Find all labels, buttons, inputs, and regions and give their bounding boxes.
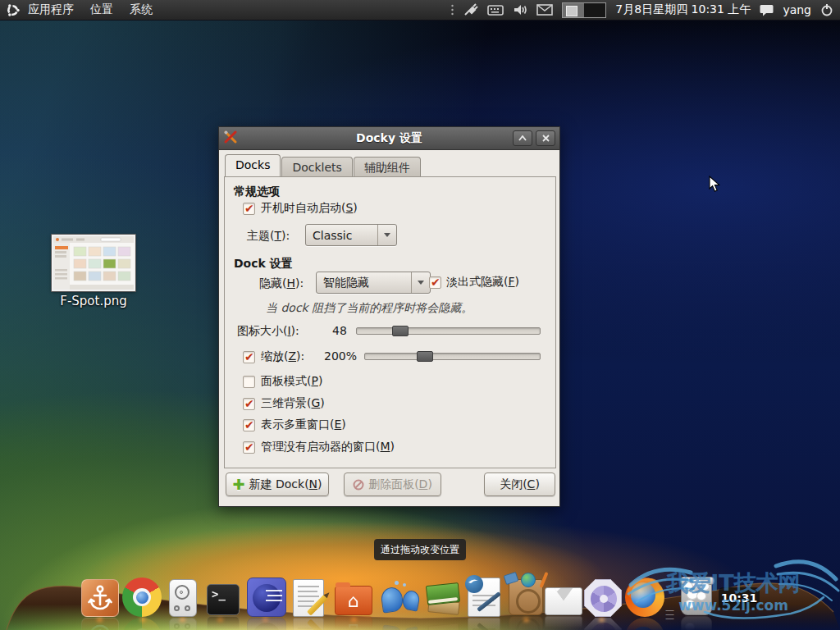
window-title: Docky 设置	[219, 131, 559, 146]
dropdown-arrow-icon	[378, 225, 396, 245]
running-indicator-dot	[180, 618, 185, 622]
window-titlebar[interactable]: Docky 设置	[219, 127, 559, 150]
dictionary-icon[interactable]	[425, 579, 463, 619]
forbidden-icon	[353, 479, 364, 491]
panel-clock[interactable]: 7月8日星期四 10:31 上午	[615, 2, 751, 17]
new-dock-button-label: 新建 Dock(N)	[249, 477, 322, 492]
hiding-dropdown-value: 智能隐藏	[317, 276, 411, 290]
icon-size-label: 图标大小(I):	[237, 324, 299, 339]
manage-windows-label: 管理没有启动器的窗口(M)	[261, 440, 395, 454]
trash-icon[interactable]	[681, 579, 712, 615]
drag-hint-tooltip: 通过拖动改变位置	[374, 539, 466, 560]
audio-player-icon[interactable]	[169, 579, 197, 617]
close-button-label: 关闭(C)	[500, 477, 540, 492]
tab-helpers-label: 辅助组件	[364, 161, 410, 174]
indicator-me-icon[interactable]	[760, 4, 774, 16]
running-indicator-dot	[139, 618, 145, 622]
notification-area-handle[interactable]	[450, 3, 454, 16]
icon-size-slider-handle[interactable]	[392, 326, 409, 336]
workspace-switcher[interactable]	[562, 2, 606, 18]
new-dock-button[interactable]: ✚ 新建 Dock(N)	[226, 472, 329, 496]
general-options-heading: 常规选项	[234, 185, 280, 199]
docky-anchor-icon[interactable]	[81, 579, 119, 617]
desktop-icon-fspot[interactable]: F-Spot.png	[48, 235, 139, 308]
hiding-label: 隐藏(H):	[259, 276, 304, 291]
menu-system-label: 系统	[130, 2, 153, 17]
autostart-label: 开机时自动启动(S)	[261, 201, 358, 216]
zoom-checkbox[interactable]: ✔	[243, 351, 255, 363]
delete-dock-button[interactable]: 删除面板(D)	[344, 472, 441, 496]
tab-helpers[interactable]: 辅助组件	[354, 157, 421, 177]
dropdown-arrow-icon	[412, 272, 430, 293]
autostart-checkbox[interactable]: ✔	[243, 203, 255, 215]
text-editor-icon[interactable]	[293, 579, 324, 617]
workspace-2[interactable]	[584, 3, 605, 17]
tab-docks-label: Docks	[235, 158, 270, 171]
zoom-slider[interactable]	[364, 351, 541, 362]
show-multiple-windows-checkbox[interactable]: ✔	[243, 419, 255, 431]
3d-background-label: 三维背景(G)	[261, 396, 325, 411]
file-manager-icon[interactable]: ⌂	[335, 586, 372, 615]
icon-size-slider[interactable]	[356, 326, 541, 336]
tab-bar: Docks Docklets 辅助组件	[225, 154, 422, 177]
running-indicator-dot	[523, 618, 529, 622]
hide-behavior-note: 当 dock 阻挡了当前的程序时将会隐藏。	[266, 301, 472, 316]
running-indicator-dot	[97, 618, 103, 622]
power-icon[interactable]	[820, 3, 833, 16]
tab-docklets[interactable]: Docklets	[281, 157, 352, 177]
running-indicator-dot	[599, 618, 605, 622]
panel-mode-label: 面板模式(P)	[261, 374, 322, 389]
tab-docklets-label: Docklets	[292, 161, 341, 174]
close-dialog-button[interactable]: 关闭(C)	[484, 472, 555, 496]
chrome-icon[interactable]	[122, 578, 162, 617]
terminal-icon[interactable]: >_	[207, 584, 240, 615]
running-indicator-dot	[217, 618, 223, 622]
top-panel: 应用程序 位置 系统 7月8日星期四 10:31 上午	[0, 0, 840, 21]
dock-separator: ———	[665, 608, 674, 620]
office-writer-icon[interactable]	[468, 578, 500, 617]
eclipse-icon[interactable]	[247, 578, 286, 617]
instant-messenger-icon[interactable]	[380, 581, 424, 619]
hiding-dropdown[interactable]: 智能隐藏	[316, 272, 431, 294]
menu-system[interactable]: 系统	[121, 0, 161, 20]
docky-tools-icon	[223, 130, 238, 147]
maximize-button[interactable]	[513, 130, 532, 146]
fspot-thumbnail-image	[52, 235, 135, 291]
menu-places[interactable]: 位置	[82, 0, 121, 20]
zoom-value: 200%	[324, 349, 357, 363]
desktop-icon-label: F-Spot.png	[48, 294, 139, 308]
tab-docks[interactable]: Docks	[225, 154, 281, 177]
clock-docklet[interactable]: 10:31	[719, 587, 760, 609]
mail-notification-icon[interactable]	[536, 4, 553, 16]
fade-hide-label: 淡出式隐藏(F)	[446, 275, 519, 290]
firefox-icon[interactable]	[625, 578, 664, 617]
workspace-1[interactable]	[563, 3, 584, 17]
zoom-slider-handle[interactable]	[417, 351, 433, 362]
manage-windows-checkbox[interactable]: ✔	[243, 441, 255, 454]
fade-hide-checkbox[interactable]: ✔	[429, 276, 441, 289]
3d-background-checkbox[interactable]: ✔	[243, 398, 255, 410]
show-multiple-windows-label: 表示多重窗口(E)	[261, 418, 346, 432]
fspot-dock-icon[interactable]	[584, 579, 622, 617]
running-indicator-dot	[351, 618, 357, 622]
network-plug-icon[interactable]	[463, 3, 478, 16]
session-user-name[interactable]: yang	[783, 3, 811, 16]
docky-settings-window: Docky 设置 Docks Docklets 辅助组件 常规选项 ✔ 开机时自…	[218, 126, 560, 507]
close-window-button[interactable]	[536, 130, 555, 146]
plus-icon: ✚	[232, 479, 244, 491]
theme-dropdown[interactable]: Classic	[305, 224, 397, 246]
panel-mode-checkbox[interactable]: ✔	[243, 376, 255, 388]
theme-label: 主题(T):	[247, 229, 290, 244]
menu-places-label: 位置	[90, 2, 113, 17]
software-center-icon[interactable]	[509, 579, 543, 615]
zoom-label: 缩放(Z):	[261, 349, 304, 364]
menu-applications[interactable]: 应用程序	[20, 0, 82, 20]
dock-settings-heading: Dock 设置	[234, 257, 293, 272]
email-client-icon[interactable]	[545, 587, 582, 615]
keyboard-indicator-icon[interactable]	[487, 4, 504, 16]
volume-icon[interactable]	[513, 3, 527, 16]
delete-dock-button-label: 删除面板(D)	[368, 477, 432, 492]
running-indicator-dot	[262, 618, 268, 622]
icon-size-value: 48	[332, 324, 347, 337]
ubuntu-logo-icon[interactable]	[6, 3, 20, 17]
